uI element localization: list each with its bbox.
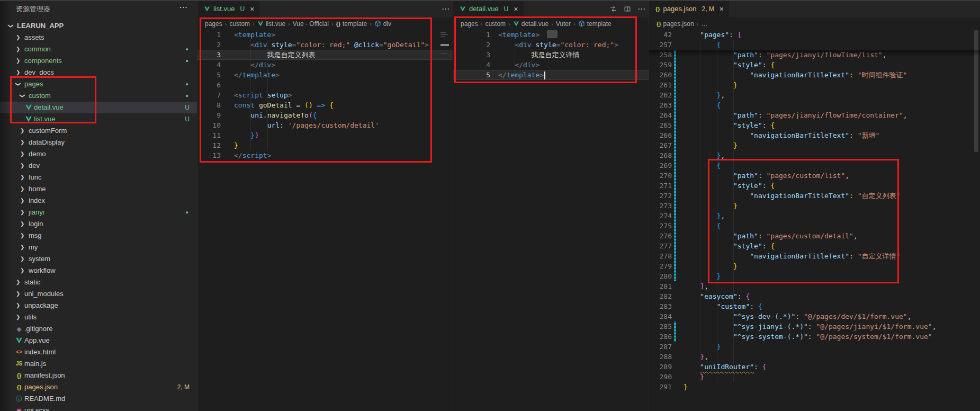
code-line-269[interactable]: 269 { — [649, 160, 980, 171]
tree-item-learun-app[interactable]: ❯LEARUN_APP — [0, 20, 197, 32]
breadcrumb-item[interactable]: … — [701, 20, 707, 28]
code-line-260[interactable]: 260 "navigationBarTitleText": "时间组件验证" — [649, 70, 980, 80]
tree-item-index[interactable]: ❯index — [0, 195, 197, 207]
code-line-290[interactable]: 290 } — [649, 372, 980, 382]
tree-item-jianyi[interactable]: ❯jianyi● — [0, 207, 197, 218]
code-line-4[interactable]: 4 </div> — [453, 60, 649, 70]
code-line-258[interactable]: 258 "path": "pages/jianyi/flowTime/list"… — [649, 50, 980, 60]
tree-item-datadisplay[interactable]: ❯dataDisplay — [0, 137, 197, 148]
code-line-257[interactable]: 257 { — [649, 40, 980, 50]
code-line-5[interactable]: 5</template> — [453, 70, 649, 80]
tree-item-home[interactable]: ❯home — [0, 183, 197, 195]
code-line-281[interactable]: 281 ], — [649, 281, 980, 291]
code-line-11[interactable]: 11 }) — [197, 130, 453, 140]
tree-item--gitignore[interactable]: ◆.gitignore — [0, 323, 197, 335]
code-line-289[interactable]: 289 "uniIdRouter": { — [649, 362, 980, 372]
tree-item-pages-json[interactable]: {}pages.json2, M — [0, 381, 197, 393]
code-line-261[interactable]: 261 } — [649, 80, 980, 90]
code-line-3[interactable]: 3 我是自定义列表 — [197, 50, 453, 60]
code-line-286[interactable]: 286 "^sys-system-(.*)": "@/pages/system/… — [649, 332, 980, 342]
tab-close-icon[interactable]: × — [720, 5, 724, 13]
breadcrumb-item[interactable]: {}template — [336, 18, 367, 30]
tree-item-utils[interactable]: ❯utils — [0, 311, 197, 323]
code-line-10[interactable]: 10 url: '/pages/custom/detail' — [197, 120, 453, 130]
breadcrumb-item[interactable]: Vue - Official — [293, 20, 329, 28]
tab-pages-json[interactable]: {}pages.json2, M× — [649, 0, 729, 17]
code-line-259[interactable]: 259 "style": { — [649, 60, 980, 70]
code-line-280[interactable]: 280 } — [649, 271, 980, 281]
code-line-279[interactable]: 279 } — [649, 261, 980, 271]
more-actions-icon[interactable]: ⋯ — [637, 4, 645, 14]
code-line-267[interactable]: 267 } — [649, 140, 980, 150]
code-line-274[interactable]: 274 }, — [649, 211, 980, 221]
tree-item-system[interactable]: ❯system — [0, 253, 197, 265]
more-actions-icon[interactable]: ⋯ — [442, 4, 449, 14]
tree-item-my[interactable]: ❯my — [0, 242, 197, 253]
code-line-264[interactable]: 264 "path": "pages/jianyi/flowTime/conta… — [649, 110, 980, 120]
scrollbar-slider[interactable] — [974, 30, 978, 152]
tree-item-workflow[interactable]: ❯workflow — [0, 265, 197, 276]
tree-item-static[interactable]: ❯static — [0, 276, 197, 288]
code-line-291[interactable]: 291} — [649, 382, 980, 392]
open-changes-icon[interactable] — [609, 5, 617, 13]
code-area[interactable]: 1<template>2 <div style="color: red;">3 … — [453, 30, 649, 411]
breadcrumb-item[interactable]: custom — [229, 20, 250, 28]
tree-item-dev-docs[interactable]: ❯dev_docs — [0, 67, 197, 78]
code-line-275[interactable]: 275 { — [649, 221, 980, 231]
tree-item-dev[interactable]: ❯dev — [0, 160, 197, 172]
breadcrumb-item[interactable]: template — [578, 18, 612, 30]
code-line-266[interactable]: 266 "navigationBarTitleText": "新增" — [649, 130, 980, 140]
code-line-2[interactable]: 2 <div style="color: red;"> — [453, 40, 649, 50]
code-area[interactable]: 42 "pages": [257 {258 "path": "pages/jia… — [649, 30, 980, 411]
breadcrumb-item[interactable]: detail.vue — [513, 18, 549, 30]
code-line-5[interactable]: 5</template> — [197, 70, 453, 80]
code-line-265[interactable]: 265 "style": { — [649, 120, 980, 130]
tree-item-uni-modules[interactable]: ❯uni_modules — [0, 288, 197, 300]
tree-item-detail-vue[interactable]: detail.vueU — [0, 102, 197, 113]
code-line-9[interactable]: 9 uni.navigateTo({ — [197, 110, 453, 120]
code-line-277[interactable]: 277 "style": { — [649, 241, 980, 251]
tree-item-manifest-json[interactable]: {}manifest.json — [0, 370, 197, 381]
code-line-270[interactable]: 270 "path": "pages/custom/list", — [649, 171, 980, 181]
code-line-8[interactable]: 8const goDetail = () => { — [197, 100, 453, 110]
tab-close-icon[interactable]: × — [514, 5, 518, 13]
code-line-13[interactable]: 13</script> — [197, 150, 453, 160]
code-line-283[interactable]: 283 "custom": { — [649, 301, 980, 311]
code-line-7[interactable]: 7<script setup> — [197, 90, 453, 100]
code-area[interactable]: 1<template>2 <div style="color: red;" @c… — [197, 30, 453, 411]
tree-item-customform[interactable]: ❯customForm — [0, 125, 197, 137]
tree-item-demo[interactable]: ❯demo — [0, 148, 197, 160]
code-line-4[interactable]: 4 </div> — [197, 60, 453, 70]
tree-item-components[interactable]: ❯components● — [0, 55, 197, 67]
tree-item-unpackage[interactable]: ❯unpackage — [0, 300, 197, 311]
tree-item-assets[interactable]: ❯assets — [0, 32, 197, 43]
breadcrumb-item[interactable]: pages — [461, 20, 478, 28]
tree-item-func[interactable]: ❯func — [0, 172, 197, 183]
code-line-3[interactable]: 3 我是自定义详情 — [453, 50, 649, 60]
breadcrumb-item[interactable]: div — [374, 18, 391, 30]
tree-item-index-html[interactable]: <>index.html — [0, 346, 197, 358]
code-line-2[interactable]: 2 <div style="color: red;" @click="goDet… — [197, 40, 453, 50]
tree-item-login[interactable]: ❯login — [0, 218, 197, 230]
tree-item-readme-md[interactable]: ⓘREADME.md — [0, 393, 197, 405]
code-line-42[interactable]: 42 "pages": [ — [649, 30, 980, 40]
code-line-284[interactable]: 284 "^sys-dev-(.*)": "@/pages/dev/$1/for… — [649, 311, 980, 321]
code-line-287[interactable]: 287 } — [649, 342, 980, 352]
breadcrumb-item[interactable]: pages — [205, 20, 222, 28]
code-line-1[interactable]: 1<template> — [197, 30, 453, 40]
tree-item-main-js[interactable]: JSmain.js — [0, 358, 197, 370]
tab-list-vue[interactable]: list.vueU× — [197, 0, 259, 17]
code-line-276[interactable]: 276 "path": "pages/custom/detail", — [649, 231, 980, 241]
tab-detail-vue[interactable]: detail.vueU× — [453, 0, 524, 17]
code-line-6[interactable]: 6 — [197, 80, 453, 90]
tree-item-app-vue[interactable]: App.vue — [0, 335, 197, 346]
tree-item-custom[interactable]: ❯custom● — [0, 90, 197, 102]
breadcrumb-item[interactable]: {}pages.json — [657, 18, 694, 30]
tree-item-uni-scss[interactable]: ◉uni.scss — [0, 405, 197, 411]
code-line-262[interactable]: 262 }, — [649, 90, 980, 100]
code-line-268[interactable]: 268 }, — [649, 150, 980, 160]
tree-item-list-vue[interactable]: list.vueU — [0, 113, 197, 125]
code-line-285[interactable]: 285 "^sys-jianyi-(.*)": "@/pages/jianyi/… — [649, 321, 980, 332]
code-line-271[interactable]: 271 "style": { — [649, 181, 980, 191]
code-line-288[interactable]: 288 }, — [649, 352, 980, 362]
